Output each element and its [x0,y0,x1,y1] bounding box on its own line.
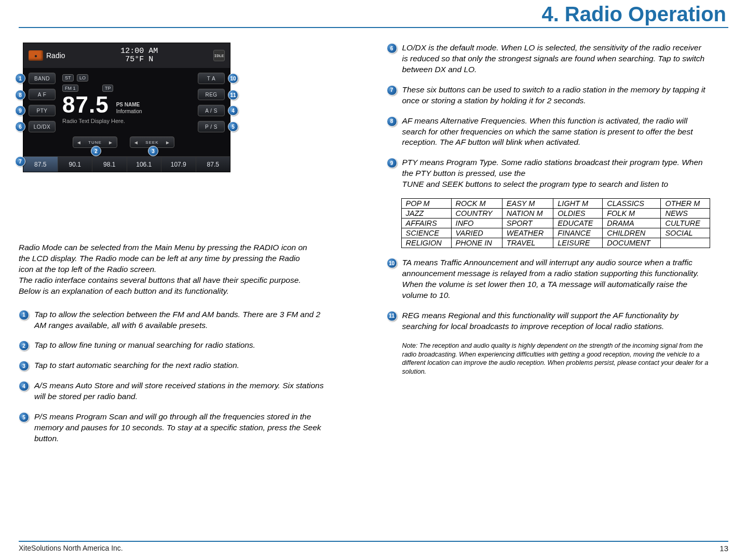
left-column: Radio 12:00 AM 75°F N IDLE BAND A F PTY … [19,43,361,454]
pty-cell: RELIGION [401,238,451,248]
intro-text: Radio Mode can be selected from the Main… [19,242,309,297]
pty-cell: OTHER M [661,199,710,209]
pty-cell: PHONE IN [451,238,502,248]
tp-chip: TP [102,85,114,92]
item-10: TA means Traffic Announcement and will i… [402,257,709,301]
pty-cell: VARIED [451,228,502,238]
pty-cell: NATION M [502,209,553,218]
item-8: AF means Alternative Frequencies. When t… [402,116,709,148]
item-5: P/S means Program Scan and will go throu… [34,412,325,444]
pty-cell: INFO [451,218,502,228]
reg-button[interactable]: REG [198,89,225,100]
item-3: Tap to start automatic searching for the… [34,360,239,371]
ps-button[interactable]: P / S [198,121,225,132]
info-label: Information [116,108,142,115]
callout-4: 4 [228,105,238,116]
pty-cell: DRAMA [603,218,661,228]
psname-label: PS NAME [116,101,142,108]
pty-cell: FINANCE [553,228,603,238]
band-button[interactable]: BAND [29,73,56,84]
callout-2: 2 [91,146,101,156]
radio-text: Radio Text Display Here. [62,118,191,124]
pty-cell: LIGHT M [553,199,603,209]
as-button[interactable]: A / S [198,105,225,116]
bullet-7: 7 [387,85,397,95]
intro-p1: Radio Mode can be selected from the Main… [19,242,309,275]
preset-2[interactable]: 90.1 [58,157,93,172]
bullet-10: 10 [387,258,397,268]
page-number: 13 [719,544,728,553]
pty-cell: SPORT [502,218,553,228]
pty-cell: EDUCATE [553,218,603,228]
bullet-4: 4 [19,381,29,391]
right-column: 6LO/DX is the default mode. When LO is s… [387,43,729,454]
callout-9: 9 [15,105,25,116]
item-11: REG means Regional and this functionalit… [402,310,709,332]
pty-cell: EASY M [502,199,553,209]
af-button[interactable]: A F [29,89,56,100]
preset-6[interactable]: 87.5 [196,157,230,172]
item-9: PTY means Program Type. Some radio stati… [402,157,709,190]
radio-screenshot: Radio 12:00 AM 75°F N IDLE BAND A F PTY … [23,43,230,172]
radio-temp: 75°F N [120,56,158,64]
pty-cell: CULTURE [661,218,710,228]
page-title: 4. Radio Operation [0,0,747,27]
page-footer: XiteSolutions North America Inc. 13 [0,541,747,553]
pty-cell: LEISURE [553,238,603,248]
pty-cell: SOCIAL [661,228,710,238]
pty-cell [661,238,710,248]
callout-10: 10 [228,73,238,84]
radio-idle-icon: IDLE [213,50,225,61]
pty-table: POP MROCK MEASY MLIGHT MCLASSICSOTHER MJ… [401,198,710,248]
item-9a: PTY means Program Type. Some radio stati… [402,158,703,177]
frequency-display: 87.5 [62,92,109,118]
pty-cell: AFFAIRS [401,218,451,228]
callout-6: 6 [15,121,25,132]
lo-chip: LO [77,74,88,81]
callout-8: 8 [15,90,25,100]
ta-button[interactable]: T A [198,73,225,84]
item-9b: TUNE and SEEK buttons to select the prog… [402,180,669,188]
radio-label: Radio [46,51,65,60]
bullet-8: 8 [387,116,397,127]
reception-note: Note: The reception and audio quality is… [402,342,709,377]
item-4: A/S means Auto Store and will store rece… [34,380,325,402]
bullet-6: 6 [387,43,397,53]
fm1-chip: FM 1 [62,85,78,92]
content-columns: Radio 12:00 AM 75°F N IDLE BAND A F PTY … [0,28,747,454]
st-chip: ST [62,74,74,81]
pty-cell: COUNTRY [451,209,502,218]
item-6: LO/DX is the default mode. When LO is se… [402,43,709,75]
bullet-1: 1 [19,310,29,320]
pty-cell: TRAVEL [502,238,553,248]
lodx-button[interactable]: LO/DX [29,121,56,132]
preset-4[interactable]: 106.1 [127,157,162,172]
pty-cell: FOLK M [603,209,661,218]
pty-button[interactable]: PTY [29,105,56,116]
callout-3: 3 [148,146,158,156]
callout-11: 11 [228,90,238,100]
pty-cell: JAZZ [401,209,451,218]
callout-1: 1 [15,73,25,84]
radio-statusbar: Radio 12:00 AM 75°F N IDLE [23,43,230,68]
radio-clock: 12:00 AM [120,47,158,56]
preset-3[interactable]: 98.1 [92,157,127,172]
item-1: Tap to allow the selection between the F… [34,309,325,331]
pty-cell: DOCUMENT [603,238,661,248]
bullet-9: 9 [387,158,397,168]
footer-rule [19,541,728,542]
pty-cell: OLDIES [553,209,603,218]
bullet-11: 11 [387,311,397,321]
pty-cell: NEWS [661,209,710,218]
intro-p2: The radio interface contains several but… [19,275,309,297]
footer-company: XiteSolutions North America Inc. [19,544,123,553]
frequency-panel: ST LO FM 1 TP 87.5 PS NAME Information R… [62,72,191,124]
pty-cell: WEATHER [502,228,553,238]
pty-cell: CHILDREN [603,228,661,238]
callout-7: 7 [15,156,25,167]
preset-5[interactable]: 107.9 [161,157,196,172]
item-2: Tap to allow fine tuning or manual searc… [34,340,255,351]
bullet-5: 5 [19,412,29,422]
preset-1[interactable]: 87.5 [23,157,58,172]
pty-cell: POP M [401,199,451,209]
